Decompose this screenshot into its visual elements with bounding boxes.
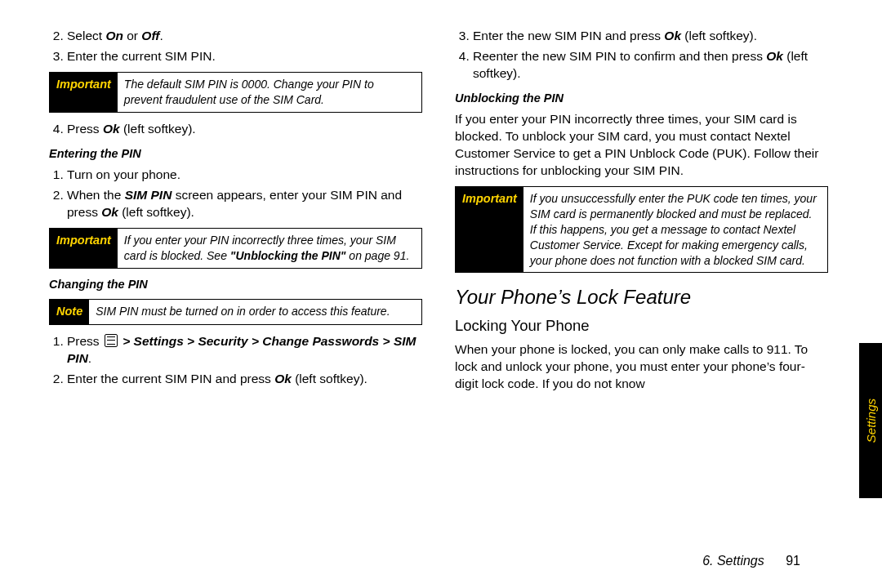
para-unblocking: If you enter your PIN incorrectly three … bbox=[455, 111, 828, 180]
important-label: Important bbox=[50, 73, 118, 112]
ok: Ok bbox=[274, 372, 292, 385]
page-number: 91 bbox=[786, 554, 800, 568]
menu-icon bbox=[105, 334, 118, 347]
step-enter-current-pin: Enter the current SIM PIN. bbox=[67, 48, 422, 65]
ok: Ok bbox=[101, 205, 118, 219]
important-default-pin: Important The default SIM PIN is 0000. C… bbox=[49, 72, 422, 113]
text: (left softkey). bbox=[120, 122, 196, 136]
text: When the bbox=[67, 188, 125, 202]
side-tab: Settings bbox=[859, 343, 882, 498]
on: On bbox=[105, 29, 123, 42]
text: or bbox=[123, 29, 141, 42]
step-turn-on: Turn on your phone. bbox=[67, 167, 422, 184]
important-incorrect-pin: Important If you enter your PIN incorrec… bbox=[49, 228, 422, 269]
step-enter-new-pin: Enter the new SIM PIN and press Ok (left… bbox=[473, 28, 828, 45]
text: Enter the new SIM PIN and press bbox=[473, 29, 664, 42]
list-press-ok: Press Ok (left softkey). bbox=[49, 121, 422, 138]
text: . bbox=[88, 351, 91, 365]
ok: Ok bbox=[766, 49, 783, 63]
step-reenter-new-pin: Reenter the new SIM PIN to confirm and t… bbox=[473, 48, 828, 82]
left-column: Select On or Off. Enter the current SIM … bbox=[49, 24, 422, 506]
step-enter-current-pin-ok: Enter the current SIM PIN and press Ok (… bbox=[67, 371, 422, 388]
changing-list: Press > Settings > Security > Change Pas… bbox=[49, 333, 422, 388]
side-tab-label: Settings bbox=[864, 399, 878, 443]
step-press-menu-path: Press > Settings > Security > Change Pas… bbox=[67, 333, 422, 368]
text: Press bbox=[67, 334, 103, 348]
text: Enter the current SIM PIN and press bbox=[67, 372, 274, 385]
text: (left softkey). bbox=[292, 372, 368, 385]
text: (left softkey). bbox=[681, 29, 757, 42]
step-simpin-screen: When the SIM PIN screen appears, enter y… bbox=[67, 187, 422, 221]
entering-list: Turn on your phone. When the SIM PIN scr… bbox=[49, 167, 422, 221]
text: Select bbox=[67, 29, 105, 42]
step-press-ok: Press Ok (left softkey). bbox=[67, 121, 422, 138]
subhead-entering-pin: Entering the PIN bbox=[49, 146, 422, 163]
text: . bbox=[159, 29, 163, 42]
text: on page 91. bbox=[345, 249, 409, 262]
important-body: The default SIM PIN is 0000. Change your… bbox=[118, 73, 421, 112]
text: (left softkey). bbox=[118, 205, 194, 219]
heading-locking-phone: Locking Your Phone bbox=[455, 316, 828, 336]
off: Off bbox=[141, 29, 159, 42]
step-select-on-off: Select On or Off. bbox=[67, 28, 422, 45]
subhead-unblocking-pin: Unblocking the PIN bbox=[455, 91, 828, 107]
important-puk: Important If you unsuccessfully enter th… bbox=[455, 186, 828, 273]
important-label: Important bbox=[456, 187, 523, 272]
ref: "Unblocking the PIN" bbox=[230, 249, 346, 262]
note-body: SIM PIN must be turned on in order to ac… bbox=[89, 300, 421, 324]
ok: Ok bbox=[664, 29, 681, 42]
para-locking: When your phone is locked, you can only … bbox=[455, 341, 828, 393]
note-label: Note bbox=[50, 300, 89, 324]
right-column: Enter the new SIM PIN and press Ok (left… bbox=[455, 24, 833, 506]
ok: Ok bbox=[103, 122, 120, 136]
menu-path: > Settings > Security > Change Passwords… bbox=[119, 334, 394, 348]
list-new-pin: Enter the new SIM PIN and press Ok (left… bbox=[455, 28, 828, 82]
text: Reenter the new SIM PIN to confirm and t… bbox=[473, 49, 766, 63]
important-label: Important bbox=[50, 229, 118, 268]
important-body: If you unsuccessfully enter the PUK code… bbox=[523, 187, 827, 272]
note-simpin-on: Note SIM PIN must be turned on in order … bbox=[49, 299, 422, 325]
important-body: If you enter your PIN incorrectly three … bbox=[118, 229, 421, 268]
footer: 6. Settings 91 bbox=[702, 554, 800, 568]
list-top: Select On or Off. Enter the current SIM … bbox=[49, 28, 422, 65]
heading-lock-feature: Your Phone’s Lock Feature bbox=[455, 284, 828, 310]
simpin: SIM PIN bbox=[125, 188, 172, 202]
footer-section: 6. Settings bbox=[702, 554, 764, 568]
text: Press bbox=[67, 122, 103, 136]
subhead-changing-pin: Changing the PIN bbox=[49, 277, 422, 293]
